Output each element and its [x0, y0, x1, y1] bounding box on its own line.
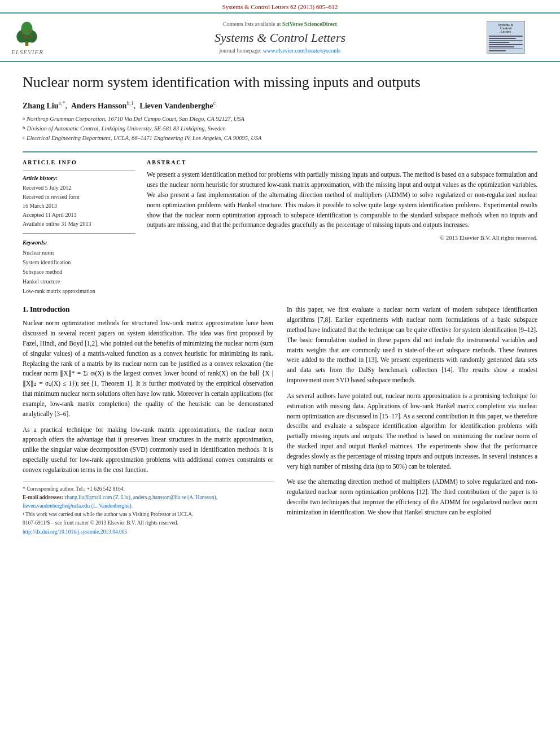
revised-date: 16 March 2013 [23, 202, 135, 211]
journal-header: ELSEVIER Contents lists available at Sci… [0, 14, 560, 62]
available-date: Available online 31 May 2013 [23, 220, 135, 229]
doi-link[interactable]: http://dx.doi.org/10.1016/j.sysconle.201… [23, 528, 273, 536]
journal-homepage: journal homepage: www.elsevier.com/locat… [73, 47, 487, 54]
elsevier-tree-icon [11, 19, 42, 47]
main-content: Nuclear norm system identification with … [0, 62, 560, 548]
journal-title: Systems & Control Letters [73, 30, 487, 45]
footnote-email: E-mail addresses: zhang.liu@gmail.com (Z… [23, 493, 273, 510]
keyword-5: Low-rank matrix approximation [23, 286, 135, 296]
affiliation-c: c Electrical Engineering Department, UCL… [23, 134, 537, 143]
right-para-3: We use the alternating direction method … [287, 477, 537, 517]
svg-point-5 [21, 33, 24, 35]
article-info-col: ARTICLE INFO Article history: Received 5… [23, 159, 135, 296]
journal-title-section: Contents lists available at SciVerse Sci… [73, 21, 487, 54]
author-zhang: Zhang Liu [23, 101, 58, 110]
body-right-col: In this paper, we first evaluate a nucle… [287, 305, 537, 536]
footnote-1: ¹ This work was carried out while the au… [23, 510, 273, 519]
svg-point-8 [30, 34, 32, 37]
elsevier-logo-section: ELSEVIER [11, 19, 73, 55]
keyword-4: Hankel structure [23, 277, 135, 286]
affiliation-b: b Division of Automatic Control, Linköpi… [23, 124, 537, 133]
author-hansson: Anders Hansson [71, 101, 126, 110]
keyword-3: Subspace method [23, 267, 135, 277]
footnotes: * Corresponding author. Tel.: +1 626 542… [23, 481, 273, 536]
author-vandenberghe: Lieven Vandenberghe [139, 101, 213, 110]
keywords-heading: Keywords: [23, 239, 135, 246]
sciverse-line: Contents lists available at SciVerse Sci… [73, 21, 487, 27]
doi-text: 0167-6911/$ – see front matter © 2013 El… [23, 519, 273, 527]
article-title: Nuclear norm system identification with … [23, 73, 537, 92]
email-label: E-mail addresses: [23, 495, 63, 500]
sciverse-link[interactable]: SciVerse ScienceDirect [282, 21, 337, 27]
authors-line: Zhang Liua,*, Anders Hanssonb,1, Lieven … [23, 100, 537, 111]
article-info-abstract: ARTICLE INFO Article history: Received 5… [23, 151, 537, 296]
abstract-col: ABSTRACT We present a system identificat… [147, 159, 537, 296]
right-para-1: In this paper, we first evaluate a nucle… [287, 305, 537, 386]
body-left-col: 1. Introduction Nuclear norm optimizatio… [23, 305, 273, 536]
journal-reference: Systems & Control Letters 62 (2013) 605–… [222, 3, 338, 10]
svg-point-6 [28, 30, 30, 33]
right-para-2: As several authors have pointed out, nuc… [287, 391, 537, 472]
accepted-date: Accepted 11 April 2013 [23, 211, 135, 220]
revised-label: Received in revised form [23, 193, 135, 202]
intro-heading: 1. Introduction [23, 305, 273, 314]
intro-para-1: Nuclear norm optimization methods for st… [23, 318, 273, 419]
keyword-1: Nuclear norm [23, 248, 135, 257]
received-date: Received 5 July 2012 [23, 184, 135, 193]
history-heading: Article history: [23, 175, 135, 181]
homepage-label: journal homepage: [220, 47, 262, 54]
keyword-2: System identification [23, 257, 135, 267]
affiliation-a: a Northrop Grumman Corporation, 16710 Vi… [23, 115, 537, 124]
elsevier-wordmark: ELSEVIER [11, 49, 43, 55]
copyright-line: © 2013 Elsevier B.V. All rights reserved… [147, 235, 537, 241]
article-info-heading: ARTICLE INFO [23, 159, 135, 165]
abstract-text: We present a system identification metho… [147, 170, 537, 230]
body-content: 1. Introduction Nuclear norm optimizatio… [23, 305, 537, 536]
journal-thumbnail: Systems &ControlLetters [487, 21, 549, 54]
sciverse-text: Contents lists available at [223, 21, 281, 27]
affiliations: a Northrop Grumman Corporation, 16710 Vi… [23, 115, 537, 142]
footnote-corresponding: * Corresponding author. Tel.: +1 626 542… [23, 485, 273, 493]
homepage-url[interactable]: www.elsevier.com/locate/sysconle [263, 47, 341, 54]
intro-para-2: As a practical technique for making low-… [23, 425, 273, 475]
abstract-heading: ABSTRACT [147, 159, 537, 165]
journal-reference-bar: Systems & Control Letters 62 (2013) 605–… [0, 0, 560, 14]
svg-point-7 [25, 36, 27, 38]
